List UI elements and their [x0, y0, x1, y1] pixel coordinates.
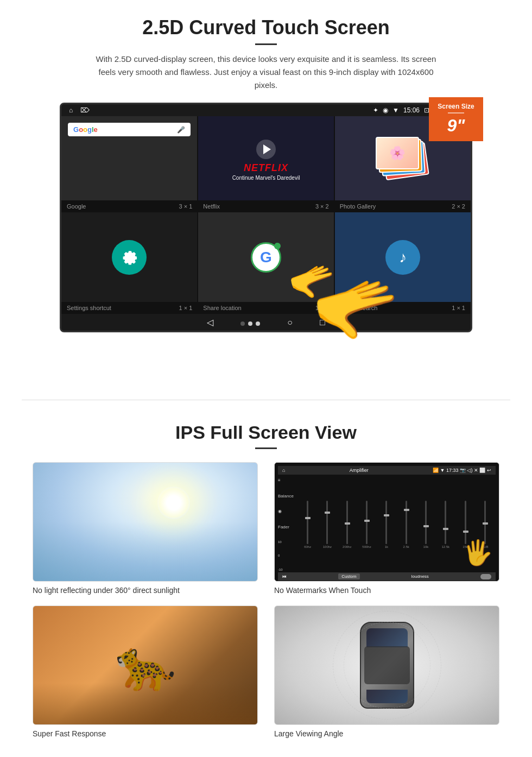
- amp-prev-icon[interactable]: ⏮: [282, 574, 287, 579]
- amp-scale-10: 10: [278, 540, 297, 544]
- slider-thumb-12-5k: [443, 528, 448, 530]
- section2-divider: [255, 447, 277, 449]
- slider-thumb-200hz: [345, 522, 350, 525]
- app-cell-netflix[interactable]: NETFLIX Continue Marvel's Daredevil: [198, 116, 334, 200]
- sunlight-gradient: [33, 522, 257, 581]
- freq-label-60hz: 60hz: [304, 545, 311, 548]
- ips-screen-section: IPS Full Screen View No light reflecting…: [0, 417, 532, 754]
- music-note-icon: ♪: [385, 240, 420, 275]
- pagination-dots: [240, 321, 260, 326]
- google-search-bar[interactable]: Google 🎤: [68, 123, 191, 136]
- home-nav-button[interactable]: ○: [287, 318, 293, 327]
- settings-label-row: Settings shortcut 1 × 1: [61, 302, 198, 314]
- feature-sunlight: No light reflecting under 360° direct su…: [33, 462, 258, 595]
- badge-size: 9": [433, 116, 479, 136]
- watermark-label: No Watermarks When Touch: [274, 586, 499, 595]
- cheetah-image: 🐆: [33, 605, 258, 725]
- slider-100hz[interactable]: 100hz: [319, 501, 335, 548]
- location-icon: ◉: [383, 106, 388, 114]
- google-g: G: [73, 125, 79, 134]
- netflix-app-name: Netflix: [203, 203, 220, 210]
- settings-widget[interactable]: [61, 212, 197, 302]
- slider-500hz[interactable]: 500hz: [358, 501, 375, 548]
- app-grid: Google 🎤 NETFLIX: [61, 116, 471, 200]
- netflix-subtitle: Continue Marvel's Daredevil: [232, 175, 300, 181]
- slider-thumb-10k: [423, 525, 429, 527]
- amp-scale-0: 0: [278, 554, 297, 557]
- google-o1: o: [79, 125, 83, 134]
- car-label: Large Viewing Angle: [274, 729, 499, 738]
- screen-size-badge: Screen Size 9": [429, 97, 483, 141]
- status-bar: ⌂ ⌦ ✦ ◉ ▼ 15:06 ⊡ ◁) ✕ ⬜: [61, 104, 471, 116]
- netflix-content: NETFLIX Continue Marvel's Daredevil: [232, 136, 300, 181]
- device-container: Screen Size 9" ⌂ ⌦ ✦ ◉ ▼ 15:06 ⊡ ◁) ✕: [60, 103, 472, 332]
- amp-home-icon: ⌂: [282, 468, 285, 473]
- viewing-angle-circle-2: [344, 622, 430, 709]
- sun-rays: [157, 487, 190, 519]
- section1-divider: [255, 43, 277, 45]
- device-frame: ⌂ ⌦ ✦ ◉ ▼ 15:06 ⊡ ◁) ✕ ⬜: [60, 103, 472, 332]
- play-button[interactable]: [256, 140, 276, 159]
- freq-label-1k: 1k: [385, 545, 388, 548]
- usb-icon: ⌦: [80, 106, 90, 114]
- google-grid-size: 3 × 1: [179, 203, 193, 210]
- slider-60hz[interactable]: 60hz: [299, 501, 316, 548]
- section-divider: [22, 400, 510, 400]
- cheetah-ground: [33, 683, 257, 724]
- gear-icon: [119, 248, 139, 267]
- status-left: ⌂ ⌦: [69, 106, 90, 114]
- section1-title: 2.5D Curved Touch Screen: [33, 16, 499, 39]
- app-labels-row2: Settings shortcut 1 × 1 Share location 1…: [61, 302, 471, 314]
- loudness-toggle[interactable]: [480, 574, 491, 579]
- dot-3: [256, 321, 260, 326]
- google-widget[interactable]: Google 🎤: [61, 116, 197, 200]
- netflix-logo: NETFLIX: [232, 162, 300, 174]
- app-labels-row1: Google 3 × 1 Netflix 3 × 2 Photo Gallery…: [61, 200, 471, 212]
- gallery-app-name: Photo Gallery: [340, 203, 376, 210]
- sound-label-row: Sound Search 1 × 1: [334, 302, 471, 314]
- settings-icon-circle: [112, 240, 147, 275]
- custom-button[interactable]: Custom: [338, 573, 360, 579]
- app-cell-google[interactable]: Google 🎤: [61, 116, 197, 200]
- microphone-icon[interactable]: 🎤: [177, 126, 185, 134]
- netflix-widget[interactable]: NETFLIX Continue Marvel's Daredevil: [198, 116, 334, 200]
- slider-thumb-sub: [483, 522, 488, 525]
- share-app-name: Share location: [203, 305, 241, 311]
- app-grid-row2: G 🫳 ♪: [61, 212, 471, 302]
- amp-screen: ⌂ Amplifier 📶 ▼ 17:33 📷 ◁) ✕ ⬜ ↩ ≡ Balan…: [275, 463, 499, 581]
- badge-label: Screen Size: [433, 103, 479, 110]
- app-cell-settings[interactable]: [61, 212, 197, 302]
- slider-thumb-60hz: [305, 517, 311, 519]
- home-icon[interactable]: ⌂: [69, 106, 73, 114]
- slider-10k[interactable]: 10k: [417, 501, 434, 548]
- feature-cheetah: 🐆 Super Fast Response: [33, 605, 258, 738]
- sound-app-name: Sound Search: [340, 305, 378, 311]
- amp-title: Amplifier: [350, 468, 369, 473]
- sound-widget[interactable]: ♪: [335, 212, 471, 302]
- back-button[interactable]: ◁: [207, 317, 213, 327]
- freq-label-100hz: 100hz: [323, 545, 332, 548]
- freq-label-10k: 10k: [423, 545, 429, 548]
- loudness-label: loudness: [411, 574, 429, 579]
- google-g2: g: [87, 125, 92, 134]
- slider-thumb-500hz: [364, 520, 370, 522]
- amplifier-image: ⌂ Amplifier 📶 ▼ 17:33 📷 ◁) ✕ ⬜ ↩ ≡ Balan…: [274, 462, 499, 582]
- car-image: [274, 605, 499, 725]
- maps-check: [274, 243, 281, 249]
- slider-1k[interactable]: 1k: [378, 501, 395, 548]
- slider-200hz[interactable]: 200hz: [339, 501, 356, 548]
- app-cell-sound[interactable]: ♪: [335, 212, 471, 302]
- slider-12-5k[interactable]: 12.5k: [437, 501, 454, 548]
- wifi-icon: ▼: [392, 106, 399, 114]
- fader-label: Fader: [278, 525, 297, 529]
- amp-topbar: ⌂ Amplifier 📶 ▼ 17:33 📷 ◁) ✕ ⬜ ↩: [278, 466, 496, 475]
- amp-scale-neg10: -10: [278, 568, 297, 571]
- bluetooth-icon: ✦: [373, 106, 378, 114]
- slider-thumb-2-5k: [404, 509, 409, 511]
- app-cell-share[interactable]: G 🫳: [198, 212, 334, 302]
- dot-2: [248, 321, 252, 326]
- gallery-label-row: Photo Gallery 2 × 2: [334, 200, 471, 212]
- recent-button[interactable]: □: [320, 318, 325, 327]
- share-widget[interactable]: G 🫳: [198, 212, 334, 302]
- slider-2-5k[interactable]: 2.5k: [397, 501, 414, 548]
